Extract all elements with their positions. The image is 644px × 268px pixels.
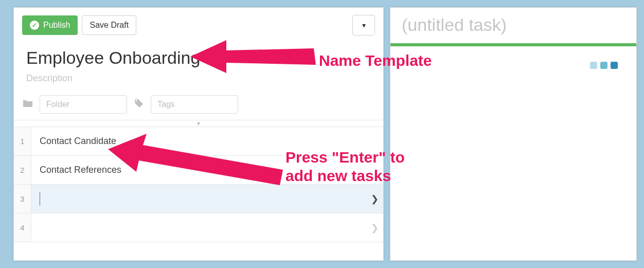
loading-dot-icon bbox=[611, 62, 618, 69]
task-number: 2 bbox=[14, 156, 31, 184]
task-title-row bbox=[390, 8, 636, 38]
template-description-row bbox=[14, 69, 383, 93]
folder-input[interactable] bbox=[40, 95, 127, 114]
collapse-toggle[interactable]: ▾ bbox=[14, 120, 383, 127]
loading-dot-icon bbox=[590, 62, 597, 69]
task-row[interactable]: 2 bbox=[14, 156, 383, 185]
tag-icon bbox=[133, 99, 145, 111]
toolbar: ✓ Publish Save Draft ▾ bbox=[14, 8, 383, 45]
template-title-row bbox=[14, 45, 383, 69]
task-title-input[interactable] bbox=[31, 156, 383, 184]
chevron-down-icon: ▾ bbox=[362, 21, 366, 29]
task-title-input[interactable] bbox=[31, 213, 366, 242]
template-description-input[interactable] bbox=[26, 73, 371, 84]
task-detail-title-input[interactable] bbox=[402, 15, 625, 35]
task-detail-panel bbox=[390, 7, 637, 261]
save-draft-button-label: Save Draft bbox=[90, 21, 129, 30]
save-draft-button[interactable]: Save Draft bbox=[82, 15, 136, 35]
task-number: 4 bbox=[14, 213, 31, 242]
task-number: 1 bbox=[14, 127, 31, 155]
meta-row bbox=[14, 93, 383, 120]
tags-input[interactable] bbox=[151, 95, 238, 114]
task-number: 3 bbox=[14, 185, 31, 213]
task-row[interactable]: 3 ❯ bbox=[14, 185, 383, 213]
loading-dot-icon bbox=[600, 62, 607, 69]
template-title-input[interactable] bbox=[26, 48, 371, 68]
template-editor-panel: ✓ Publish Save Draft ▾ ▾ 1 2 bbox=[13, 7, 384, 261]
loading-dots bbox=[390, 46, 636, 69]
chevron-right-icon[interactable]: ❯ bbox=[366, 193, 383, 205]
publish-button-label: Publish bbox=[43, 21, 70, 30]
chevron-right-icon[interactable]: ❯ bbox=[366, 222, 383, 234]
task-row[interactable]: 4 ❯ bbox=[14, 213, 383, 242]
more-menu-button[interactable]: ▾ bbox=[352, 15, 375, 35]
folder-icon bbox=[22, 99, 33, 110]
publish-button[interactable]: ✓ Publish bbox=[22, 15, 78, 35]
task-title-input[interactable] bbox=[40, 193, 357, 204]
chevron-down-icon: ▾ bbox=[197, 120, 200, 127]
task-row[interactable]: 1 bbox=[14, 127, 383, 156]
check-icon: ✓ bbox=[30, 21, 39, 30]
task-title-input[interactable] bbox=[31, 127, 383, 155]
